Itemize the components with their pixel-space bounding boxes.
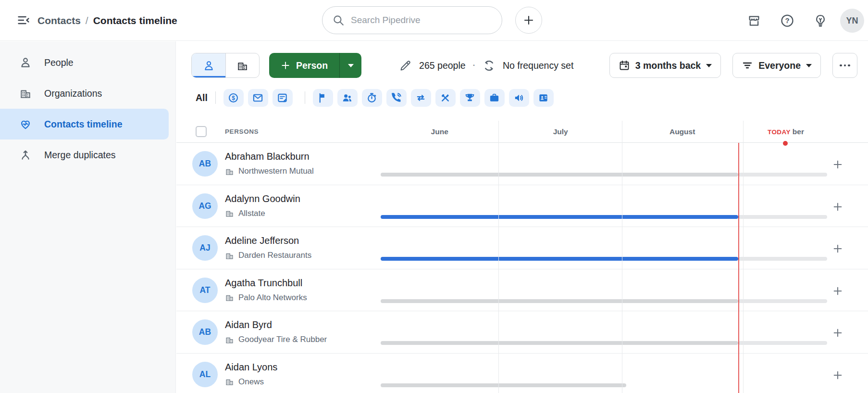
activity-filter-email[interactable] [248, 89, 268, 107]
today-dot [783, 141, 788, 146]
person-name[interactable]: Agatha Trunchbull [225, 278, 302, 289]
help-button[interactable] [777, 11, 797, 31]
person-organization[interactable]: Darden Restaurants [225, 251, 311, 260]
toggle-organizations-view[interactable] [225, 53, 259, 77]
avatar[interactable]: AG [192, 193, 218, 219]
date-range-label: 3 months back [635, 60, 701, 71]
person-organization[interactable]: Palo Alto Networks [225, 293, 307, 303]
frequency-status[interactable]: No frequency set [503, 60, 573, 71]
person-name[interactable]: Adalynn Goodwin [225, 193, 300, 204]
person-organization[interactable]: Allstate [225, 209, 265, 218]
plus-icon [832, 202, 843, 212]
month-header-august: August [670, 121, 695, 143]
user-avatar[interactable]: YN [840, 9, 864, 33]
activity-filter-flag[interactable] [313, 89, 333, 107]
person-name[interactable]: Aidan Byrd [225, 319, 272, 330]
organization-name: Allstate [238, 209, 265, 218]
add-activity-button[interactable] [831, 200, 845, 214]
main-content: Person 265 people · No frequency set 3 m… [176, 41, 868, 393]
sidebar-item-label: Contacts timeline [44, 119, 123, 130]
search-input[interactable] [351, 15, 492, 25]
add-activity-button[interactable] [831, 284, 845, 298]
activity-filter-lunch[interactable] [435, 89, 456, 107]
timeline-bar-past-inactive [381, 173, 738, 177]
activity-filter-meeting[interactable] [337, 89, 358, 107]
phone-call-icon [391, 92, 402, 103]
activity-filter-sync[interactable] [411, 89, 431, 107]
plus-icon [832, 370, 843, 380]
select-all-checkbox[interactable] [196, 126, 207, 137]
avatar[interactable]: AB [192, 319, 218, 345]
table-row: AJ Adeline Jefferson Darden Restaurants [176, 227, 868, 269]
collapse-nav-button[interactable] [14, 12, 33, 30]
organization-name: Onews [238, 377, 264, 387]
add-activity-button[interactable] [831, 157, 845, 172]
sidebar-item-merge-duplicates[interactable]: Merge duplicates [0, 139, 169, 170]
search-bar[interactable] [322, 6, 502, 34]
avatar[interactable]: AL [192, 362, 218, 387]
date-range-button[interactable]: 3 months back [609, 53, 721, 78]
lightbulb-icon [813, 13, 828, 28]
sidebar-item-organizations[interactable]: Organizations [0, 78, 169, 109]
plus-icon [523, 14, 534, 26]
person-organization[interactable]: Onews [225, 377, 264, 387]
calendar-icon [619, 60, 630, 71]
toggle-people-view[interactable] [192, 53, 225, 77]
add-person-dropdown-button[interactable] [339, 53, 361, 78]
plus-icon [832, 243, 843, 254]
top-bar: Contacts / Contacts timeline YN [0, 0, 868, 41]
timeline-track [381, 143, 868, 185]
activity-filter-audio[interactable] [509, 89, 529, 107]
activity-filter-note[interactable] [273, 89, 293, 107]
divider [215, 91, 216, 104]
activity-filter-deadline[interactable] [362, 89, 382, 107]
entity-view-toggle [191, 53, 260, 78]
caret-down-icon [706, 64, 712, 67]
activity-filter-briefcase[interactable] [484, 89, 505, 107]
quick-add-button[interactable] [515, 7, 542, 34]
more-options-button[interactable] [832, 53, 857, 78]
trophy-icon [464, 92, 475, 103]
avatar[interactable]: AB [192, 151, 218, 177]
add-person-button[interactable]: Person [269, 53, 339, 78]
search-icon [332, 14, 345, 26]
add-activity-button[interactable] [831, 368, 845, 382]
breadcrumb-separator: / [86, 15, 88, 26]
avatar[interactable]: AJ [192, 235, 218, 261]
people-count[interactable]: 265 people [419, 60, 466, 71]
filter-all[interactable]: All [196, 92, 208, 103]
activity-filter-deal[interactable] [223, 89, 244, 107]
timeline-bar-future [738, 299, 827, 303]
email-icon [252, 92, 263, 103]
breadcrumb-parent-link[interactable]: Contacts [37, 15, 81, 26]
frequency-button[interactable] [483, 59, 496, 72]
person-organization[interactable]: Northwestern Mutual [225, 166, 314, 176]
building-icon [236, 60, 248, 72]
caret-down-icon [348, 64, 354, 67]
plus-icon [832, 159, 843, 170]
edit-list-button[interactable] [399, 59, 412, 72]
add-activity-button[interactable] [831, 241, 845, 256]
person-name[interactable]: Adeline Jefferson [225, 235, 299, 246]
activity-filter-call[interactable] [386, 89, 407, 107]
activity-filter-contact-card[interactable] [533, 89, 554, 107]
person-organization[interactable]: Goodyear Tire & Rubber [225, 335, 327, 344]
marketplace-button[interactable] [744, 11, 764, 31]
suggestions-button[interactable] [810, 11, 831, 31]
activity-filter-trophy[interactable] [460, 89, 480, 107]
avatar[interactable]: AT [192, 278, 218, 303]
question-mark-icon [780, 13, 794, 28]
add-activity-button[interactable] [831, 326, 845, 340]
sidebar-item-people[interactable]: People [0, 47, 169, 78]
breadcrumb: Contacts / Contacts timeline [37, 0, 177, 41]
meeting-people-icon [342, 92, 353, 103]
speaker-icon [513, 92, 524, 103]
divider [305, 91, 305, 104]
table-header: PERSONS June July August TODAY ber [176, 121, 868, 143]
visibility-filter-button[interactable]: Everyone [732, 53, 821, 78]
person-name[interactable]: Abraham Blackburn [225, 151, 310, 162]
avatar-initials: AB [199, 159, 211, 169]
storefront-icon [747, 13, 761, 28]
person-name[interactable]: Aidan Lyons [225, 362, 277, 373]
sidebar-item-contacts-timeline[interactable]: Contacts timeline [0, 109, 169, 139]
